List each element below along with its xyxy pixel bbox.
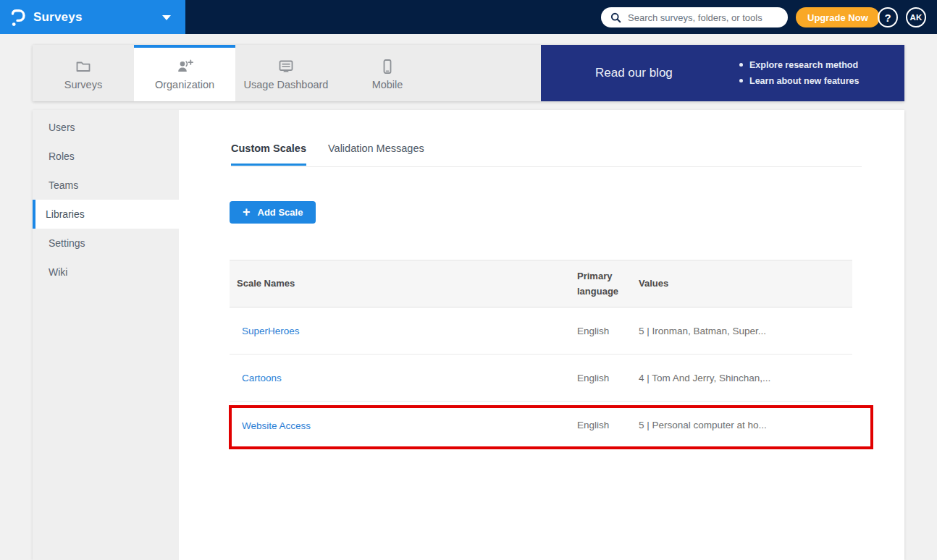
scale-link-cartoons[interactable]: Cartoons: [242, 373, 282, 383]
scale-link-superheroes[interactable]: SuperHeroes: [242, 326, 300, 336]
scale-link-website-access[interactable]: Website Access: [242, 420, 311, 431]
product-switcher[interactable]: Surveys: [0, 0, 185, 34]
column-header-primary-language: Primary language: [577, 268, 639, 300]
scale-values: 4 | Tom And Jerry, Shinchan,...: [639, 373, 852, 383]
topbar: Surveys Upgrade Now ? AK: [0, 0, 937, 34]
plus-icon: +: [243, 205, 251, 219]
banner-bullets: Explore research method Learn about new …: [738, 57, 859, 89]
nav-tab-mobile[interactable]: Mobile: [337, 45, 438, 101]
chevron-down-icon[interactable]: [162, 15, 171, 20]
search-input[interactable]: [628, 12, 779, 23]
scale-values: 5 | Personal computer at ho...: [639, 420, 852, 430]
search-icon: [610, 12, 622, 24]
help-button[interactable]: ?: [878, 7, 898, 27]
nav-tabs: Surveys Organization: [33, 45, 438, 101]
table-header: Scale Names Primary language Values: [230, 260, 852, 307]
secondary-nav: Surveys Organization: [33, 45, 904, 101]
nav-tab-usage-dashboard[interactable]: Usage Dashboard: [235, 45, 337, 101]
blog-banner[interactable]: Read our blog Explore research method Le…: [541, 45, 904, 101]
tabs-divider: [231, 166, 862, 167]
nav-tab-label: Organization: [155, 79, 214, 90]
table-row: Cartoons English 4 | Tom And Jerry, Shin…: [230, 355, 852, 402]
nav-tab-label: Usage Dashboard: [244, 79, 329, 90]
tab-custom-scales[interactable]: Custom Scales: [231, 143, 306, 166]
column-header-values: Values: [639, 276, 852, 291]
questionpro-logo-icon: [10, 8, 26, 27]
person-add-icon: [175, 57, 194, 76]
nav-tab-label: Surveys: [64, 79, 102, 90]
library-tabs: Custom Scales Validation Messages: [231, 143, 424, 166]
nav-tab-label: Mobile: [372, 79, 403, 90]
sidebar-item-libraries[interactable]: Libraries: [33, 200, 179, 229]
folder-icon: [75, 57, 92, 76]
scale-values: 5 | Ironman, Batman, Super...: [639, 326, 852, 336]
main-panel: Custom Scales Validation Messages + Add …: [179, 110, 904, 560]
scale-language: English: [577, 420, 639, 430]
scales-table: Scale Names Primary language Values Supe…: [230, 260, 852, 449]
scale-language: English: [577, 373, 639, 383]
tab-validation-messages[interactable]: Validation Messages: [328, 143, 424, 166]
banner-bullet: Explore research method: [738, 57, 859, 73]
scale-language: English: [577, 326, 639, 336]
sidebar-item-users[interactable]: Users: [33, 113, 179, 142]
mobile-icon: [379, 57, 396, 76]
content-area: Users Roles Teams Libraries Settings Wik…: [33, 110, 904, 560]
sidebar-item-roles[interactable]: Roles: [33, 142, 179, 171]
sidebar-item-wiki[interactable]: Wiki: [33, 258, 179, 287]
page: Surveys Upgrade Now ? AK Surveys: [0, 0, 937, 560]
nav-tab-surveys[interactable]: Surveys: [33, 45, 134, 101]
global-search[interactable]: [601, 7, 788, 27]
table-row-highlighted: Website Access English 5 | Personal comp…: [230, 402, 852, 449]
sidebar: Users Roles Teams Libraries Settings Wik…: [33, 110, 179, 560]
nav-tab-organization[interactable]: Organization: [134, 45, 235, 101]
avatar[interactable]: AK: [906, 7, 926, 27]
upgrade-now-button[interactable]: Upgrade Now: [796, 7, 880, 27]
banner-bullet: Learn about new features: [738, 73, 859, 89]
product-label: Surveys: [33, 10, 83, 25]
sidebar-item-settings[interactable]: Settings: [33, 229, 179, 258]
sidebar-item-teams[interactable]: Teams: [33, 171, 179, 200]
add-scale-button[interactable]: + Add Scale: [230, 201, 316, 224]
dashboard-icon: [277, 57, 295, 76]
banner-title: Read our blog: [595, 45, 673, 101]
table-row: SuperHeroes English 5 | Ironman, Batman,…: [230, 307, 852, 355]
add-scale-label: Add Scale: [258, 207, 303, 218]
column-header-scale-names: Scale Names: [230, 276, 577, 291]
